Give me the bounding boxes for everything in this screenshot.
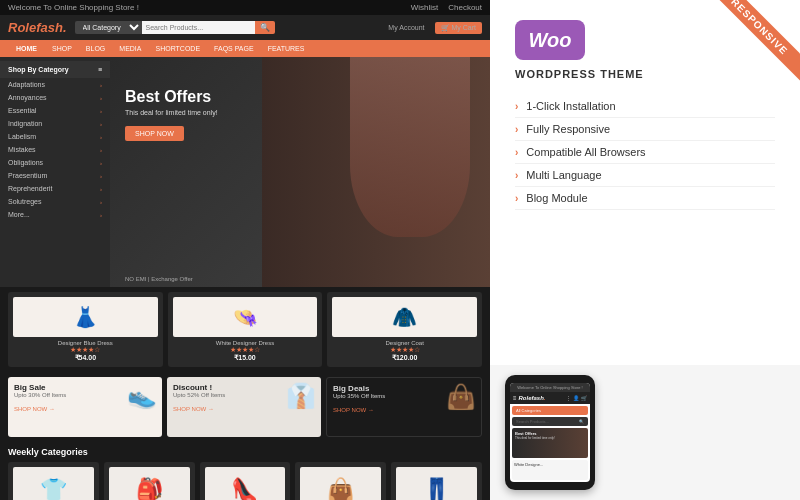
- hero-text: Best Offers This deal for limited time o…: [125, 87, 218, 141]
- weekly-card-5[interactable]: 👖 Mistakes: [391, 462, 482, 500]
- nav-shop[interactable]: SHOP: [45, 40, 79, 57]
- feature-text-4: Multi Language: [526, 169, 601, 181]
- sidebar-item-adaptations[interactable]: Adaptations›: [0, 78, 110, 91]
- sale-banner-3: Big Deals Upto 35% Off Items SHOP NOW → …: [326, 377, 482, 437]
- woo-icon: Woo: [515, 20, 585, 60]
- weekly-image-3: 👠: [205, 467, 286, 500]
- sidebar-item-more[interactable]: More...›: [0, 208, 110, 221]
- nav-blog[interactable]: BLOG: [79, 40, 112, 57]
- feature-item-1: › 1-Click Installation: [515, 95, 775, 118]
- phone-product-mini: White Designe...: [512, 460, 588, 480]
- arrow-icon-2: ›: [515, 124, 518, 135]
- product-price-1: ₹54.00: [13, 354, 158, 362]
- feature-text-5: Blog Module: [526, 192, 587, 204]
- phone-screen: Welcome To Online Shopping Store ! ≡ Rol…: [510, 383, 590, 482]
- product-card-2[interactable]: 👒 White Designer Dress ★★★★☆ ₹15.00: [168, 292, 323, 367]
- sidebar-item-annoyances[interactable]: Annoyances›: [0, 91, 110, 104]
- sidebar-item-essential[interactable]: Essential›: [0, 104, 110, 117]
- arrow-icon: ›: [100, 121, 102, 127]
- phone-area: Welcome To Online Shopping Store ! ≡ Rol…: [490, 365, 800, 500]
- phone-hero-mini: Best Offers This deal for limited time o…: [512, 428, 588, 458]
- feature-text-3: Compatible All Browsers: [526, 146, 645, 158]
- main-content: Shop By Category ≡ Adaptations› Annoyanc…: [0, 57, 490, 287]
- nav-shortcode[interactable]: SHORTCODE: [148, 40, 207, 57]
- welcome-text: Welcome To Online Shopping Store !: [8, 3, 139, 12]
- search-button[interactable]: 🔍: [255, 21, 275, 34]
- arrow-icon-5: ›: [515, 193, 518, 204]
- product-image-3: 🧥: [332, 297, 477, 337]
- arrow-icon-4: ›: [515, 170, 518, 181]
- sidebar-item-mistakes[interactable]: Mistakes›: [0, 143, 110, 156]
- arrow-icon-1: ›: [515, 101, 518, 112]
- header-actions: My Account 🛒 My Cart: [388, 22, 482, 34]
- product-card-3[interactable]: 🧥 Designer Coat ★★★★☆ ₹120.00: [327, 292, 482, 367]
- phone-user-icon: 👤: [573, 395, 579, 401]
- phone-logo: Rolefash.: [519, 395, 546, 401]
- product-price-3: ₹120.00: [332, 354, 477, 362]
- arrow-icon: ›: [100, 82, 102, 88]
- product-row: 👗 Designer Blue Dress ★★★★☆ ₹54.00 👒 Whi…: [0, 287, 490, 372]
- nav-features[interactable]: FEATURES: [261, 40, 312, 57]
- feature-item-3: › Compatible All Browsers: [515, 141, 775, 164]
- weekly-card-3[interactable]: 👠 Indignation: [200, 462, 291, 500]
- phone-search-placeholder: Search Products...: [516, 419, 549, 424]
- phone-mockup: Welcome To Online Shopping Store ! ≡ Rol…: [505, 375, 595, 490]
- sidebar-item-obligations[interactable]: Obligations›: [0, 156, 110, 169]
- product-image-1: 👗: [13, 297, 158, 337]
- product-stars-3: ★★★★☆: [332, 346, 477, 354]
- nav-media[interactable]: MEDIA: [112, 40, 148, 57]
- phone-search: Search Products... 🔍: [512, 417, 588, 426]
- nav-home[interactable]: HOME: [8, 40, 45, 57]
- feature-text-1: 1-Click Installation: [526, 100, 615, 112]
- product-card-1[interactable]: 👗 Designer Blue Dress ★★★★☆ ₹54.00: [8, 292, 163, 367]
- hero-cta-button[interactable]: SHOP NOW: [125, 126, 184, 141]
- arrow-icon: ›: [100, 212, 102, 218]
- sidebar-toggle-icon[interactable]: ≡: [98, 66, 102, 73]
- sidebar-item-reprehenderit[interactable]: Reprehenderit›: [0, 182, 110, 195]
- checkout-link[interactable]: Checkout: [448, 3, 482, 12]
- weekly-section: Weekly Categories 👕 Adaptations 🎒 Except…: [0, 442, 490, 500]
- sidebar-item-solutreges[interactable]: Solutreges›: [0, 195, 110, 208]
- search-input[interactable]: [142, 21, 255, 34]
- weekly-title: Weekly Categories: [8, 447, 482, 457]
- phone-search-icon: 🔍: [579, 419, 584, 424]
- sidebar-item-praesentium[interactable]: Praesentium›: [0, 169, 110, 182]
- weekly-grid: 👕 Adaptations 🎒 Exception! 👠 Indignation…: [8, 462, 482, 500]
- sale-image-1: 👟: [127, 382, 157, 410]
- arrow-icon: ›: [100, 134, 102, 140]
- arrow-icon: ›: [100, 108, 102, 114]
- left-panel: Welcome To Online Shopping Store ! Wishl…: [0, 0, 490, 500]
- hero-title: Best Offers: [125, 87, 218, 106]
- feature-text-2: Fully Responsive: [526, 123, 610, 135]
- weekly-card-1[interactable]: 👕 Adaptations: [8, 462, 99, 500]
- right-panel: RESPONSIVE Woo WORDPRESS THEME › 1-Click…: [490, 0, 800, 500]
- sale-banners: Big Sale Upto 30% Off Items SHOP NOW → 👟…: [0, 372, 490, 442]
- hero-subtitle: This deal for limited time only!: [125, 109, 218, 116]
- product-stars-1: ★★★★☆: [13, 346, 158, 354]
- phone-header: ≡ Rolefash. ⋮ 👤 🛒: [510, 392, 590, 404]
- phone-dots-icon: ⋮: [566, 395, 571, 401]
- product-image-2: 👒: [173, 297, 318, 337]
- weekly-card-2[interactable]: 🎒 Exception!: [104, 462, 195, 500]
- site-header: Rolefash. All Category 🔍 My Account 🛒 My…: [0, 15, 490, 40]
- sidebar-item-labelism[interactable]: Labelism›: [0, 130, 110, 143]
- arrow-icon: ›: [100, 147, 102, 153]
- sale-image-2: 👔: [286, 382, 316, 410]
- account-link[interactable]: My Account: [388, 24, 424, 31]
- phone-category: All Categories: [512, 406, 588, 415]
- nav-faqs[interactable]: FAQS PAGE: [207, 40, 261, 57]
- weekly-image-4: 👜: [300, 467, 381, 500]
- hero-badge: NO EMI | Exchange Offer: [125, 276, 193, 282]
- cart-button[interactable]: 🛒 My Cart: [435, 22, 482, 34]
- ribbon-text: RESPONSIVE: [705, 0, 800, 81]
- responsive-ribbon: RESPONSIVE: [705, 0, 800, 95]
- sidebar-item-indignation[interactable]: Indignation›: [0, 117, 110, 130]
- wishlist-link[interactable]: Wishlist: [411, 3, 439, 12]
- weekly-image-1: 👕: [13, 467, 94, 500]
- sale-image-3: 👜: [446, 383, 476, 411]
- category-select[interactable]: All Category: [75, 21, 142, 34]
- weekly-card-4[interactable]: 👜 Labelism: [295, 462, 386, 500]
- feature-item-4: › Multi Language: [515, 164, 775, 187]
- features-list: › 1-Click Installation › Fully Responsiv…: [490, 90, 800, 365]
- sidebar: Shop By Category ≡ Adaptations› Annoyanc…: [0, 57, 110, 287]
